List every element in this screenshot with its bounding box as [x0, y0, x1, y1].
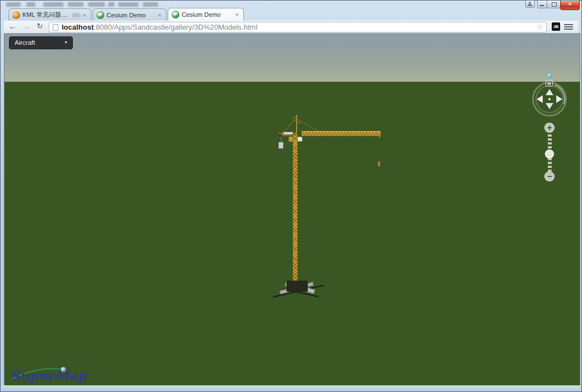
compass-north-badge[interactable]: N: [546, 80, 553, 87]
compass-tilt-dot[interactable]: [547, 73, 552, 78]
bookmark-star-icon[interactable]: ☆: [537, 22, 543, 32]
tab-cesium-demo-2-active[interactable]: Cesium Demo ×: [168, 8, 244, 21]
crane-jib-chord: [302, 131, 381, 132]
tab-kml-faq[interactable]: KML 常见问题解答 | ×: [8, 8, 91, 21]
tab-strip: KML 常见问题解答 | × Cesium Demo × Cesium Demo…: [4, 8, 578, 21]
menu-icon[interactable]: [564, 24, 573, 30]
blurred-text: [88, 2, 105, 7]
zoom-out-button[interactable]: −: [544, 171, 555, 181]
blurred-text: [26, 2, 35, 7]
window-title-bar: ×: [1, 1, 581, 8]
address-bar[interactable]: localhost:8080/Apps/Sandcastle/gallery/3…: [49, 22, 547, 32]
crane-counterweight-cab: [283, 132, 293, 135]
crane-base-block: [287, 281, 308, 292]
tab-close-icon[interactable]: ×: [234, 12, 240, 17]
compass-center-dot: [548, 98, 551, 100]
crane-apex-stub: [297, 123, 301, 123]
zoom-in-button[interactable]: +: [544, 123, 555, 133]
tab-close-icon[interactable]: ×: [157, 12, 163, 18]
crane-jib-tip: [379, 132, 380, 138]
crane-operator-cab: [297, 137, 302, 142]
zoom-slider-knob[interactable]: [545, 150, 554, 158]
pan-left-arrow-icon[interactable]: [537, 95, 543, 103]
crane-hook-block: [278, 142, 284, 149]
cesium-favicon-icon: [172, 11, 179, 18]
crane-mast: [293, 136, 298, 286]
refresh-icon[interactable]: ↻: [34, 22, 45, 30]
supermap-logo-text: SuperMap: [10, 368, 87, 383]
tab-title: Cesium Demo: [182, 11, 232, 18]
cesium-viewport[interactable]: Aircraft ▼: [4, 33, 580, 386]
blurred-text: [143, 2, 158, 7]
blurred-text: [6, 2, 21, 7]
blurred-text: [118, 2, 138, 7]
model-select-value: Aircraft: [15, 37, 35, 48]
page-icon: [53, 24, 58, 31]
blurred-text: [108, 2, 114, 7]
blurred-text: [68, 2, 84, 7]
cesium-favicon-icon: [96, 11, 104, 19]
tab-close-icon[interactable]: ×: [82, 12, 87, 18]
crane-counter-jib-end: [279, 134, 281, 136]
browser-window: × KML 常见问题解答 | × Cesium Demo × Cesium De…: [0, 0, 582, 392]
blurred-text: [72, 13, 80, 17]
back-icon[interactable]: ←: [7, 21, 19, 31]
tab-cesium-demo-1[interactable]: Cesium Demo ×: [93, 8, 167, 21]
minimize-icon: [540, 5, 544, 6]
pan-down-arrow-icon[interactable]: [546, 103, 553, 109]
tab-title: KML 常见问题解答 |: [22, 11, 70, 19]
blurred-text: [43, 2, 63, 7]
crane-jib: [302, 132, 381, 136]
window-bottom-border: [1, 385, 581, 391]
extension-badge[interactable]: JB: [552, 22, 560, 31]
distant-object: [378, 161, 380, 166]
url-host: localhost: [62, 23, 94, 31]
minimize-button[interactable]: [537, 1, 547, 8]
url-path: :8080/Apps/Sandcastle/gallery/3D%20Model…: [94, 23, 257, 31]
ground: [4, 82, 580, 386]
crane-cable: [281, 137, 281, 142]
maximize-icon: [552, 2, 557, 7]
pan-right-arrow-icon[interactable]: [556, 95, 562, 103]
browser-toolbar: ← → ↻ localhost:8080/Apps/Sandcastle/gal…: [4, 21, 578, 34]
person-icon: [528, 4, 532, 6]
model-select-dropdown[interactable]: Aircraft ▼: [9, 36, 73, 49]
maximize-button[interactable]: [547, 1, 561, 8]
kml-site-favicon-icon: [12, 11, 20, 19]
sky: [4, 33, 580, 82]
profile-button[interactable]: [525, 1, 535, 8]
pan-up-arrow-icon[interactable]: [546, 89, 553, 95]
tab-title: Cesium Demo: [107, 12, 155, 18]
url-text: localhost:8080/Apps/Sandcastle/gallery/3…: [62, 22, 257, 32]
chevron-down-icon: ▼: [64, 37, 68, 48]
forward-icon[interactable]: →: [21, 21, 32, 31]
